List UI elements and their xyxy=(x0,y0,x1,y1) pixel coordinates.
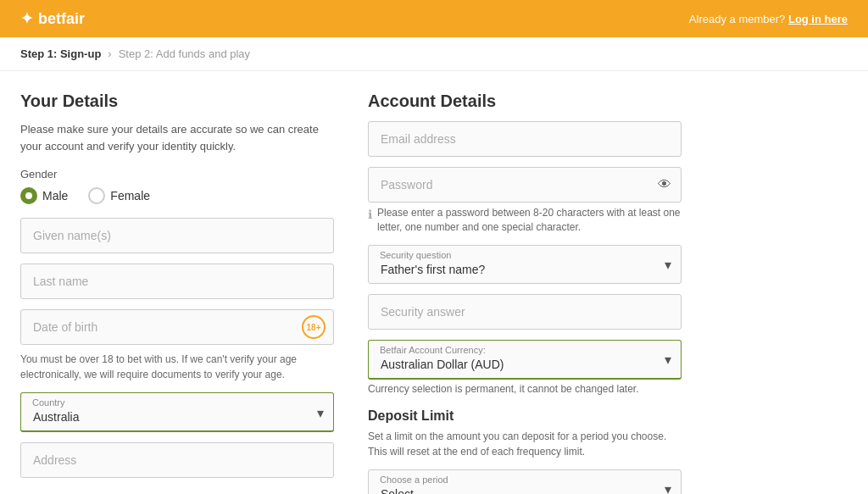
female-label: Female xyxy=(110,189,150,203)
address-input[interactable] xyxy=(20,442,334,478)
breadcrumb-arrow: › xyxy=(108,47,111,60)
male-radio-inner xyxy=(25,192,32,199)
main-content: Your Details Please make sure your detai… xyxy=(0,71,868,494)
bee-icon: ✦ xyxy=(20,9,33,28)
password-hint-text: Please enter a password between 8-20 cha… xyxy=(377,206,682,235)
password-wrapper: 👁 xyxy=(368,167,682,203)
gender-options: Male Female xyxy=(20,187,334,204)
security-question-label: Security question xyxy=(380,250,451,260)
dob-hint: You must be over 18 to bet with us. If w… xyxy=(20,352,334,382)
logo: ✦ betfair xyxy=(20,9,85,28)
female-radio[interactable] xyxy=(88,187,105,204)
dob-input[interactable] xyxy=(20,309,334,345)
logo-text: betfair xyxy=(38,10,85,28)
country-select-wrapper: Country Australia ▾ xyxy=(20,392,334,432)
gender-male-option[interactable]: Male xyxy=(20,187,68,204)
login-link[interactable]: Log in here xyxy=(788,13,848,25)
country-label: Country xyxy=(32,397,65,408)
header-login: Already a member? Log in here xyxy=(689,13,848,25)
dob-wrapper: 18+ xyxy=(20,309,334,345)
deposit-limit-desc: Set a limit on the amount you can deposi… xyxy=(368,429,682,459)
gender-label: Gender xyxy=(20,168,334,180)
email-input[interactable] xyxy=(368,121,682,157)
period-label: Choose a period xyxy=(380,475,448,485)
header: ✦ betfair Already a member? Log in here xyxy=(0,0,868,37)
age-badge: 18+ xyxy=(302,315,326,339)
security-answer-input[interactable] xyxy=(368,294,682,330)
right-panel: Account Details 👁 ℹ Please enter a passw… xyxy=(368,92,682,494)
left-panel: Your Details Please make sure your detai… xyxy=(20,92,334,494)
account-details-title: Account Details xyxy=(368,92,682,111)
info-icon: ℹ xyxy=(368,207,372,224)
currency-note: Currency selection is permanent, it cann… xyxy=(368,383,682,395)
period-wrapper: Choose a period Select ▾ xyxy=(368,469,682,494)
deposit-limit-title: Deposit Limit xyxy=(368,408,682,424)
breadcrumb-step2: Step 2: Add funds and play xyxy=(119,47,250,60)
currency-wrapper: Betfair Account Currency: Australian Dol… xyxy=(368,340,682,380)
your-details-desc: Please make sure your details are accura… xyxy=(20,121,334,154)
male-radio[interactable] xyxy=(20,187,37,204)
breadcrumb-step1: Step 1: Sign-up xyxy=(20,47,101,60)
your-details-title: Your Details xyxy=(20,92,334,111)
password-input[interactable] xyxy=(368,167,682,203)
given-name-input[interactable] xyxy=(20,218,334,253)
already-member-text: Already a member? xyxy=(689,13,785,25)
password-hint-wrapper: ℹ Please enter a password between 8-20 c… xyxy=(368,206,682,235)
male-label: Male xyxy=(42,189,68,203)
country-select[interactable]: Australia xyxy=(20,392,334,432)
currency-label: Betfair Account Currency: xyxy=(380,345,486,355)
last-name-input[interactable] xyxy=(20,264,334,299)
eye-icon[interactable]: 👁 xyxy=(658,177,671,192)
gender-female-option[interactable]: Female xyxy=(88,187,150,204)
security-question-wrapper: Security question Father's first name? ▾ xyxy=(368,245,682,284)
breadcrumb: Step 1: Sign-up › Step 2: Add funds and … xyxy=(0,37,868,71)
